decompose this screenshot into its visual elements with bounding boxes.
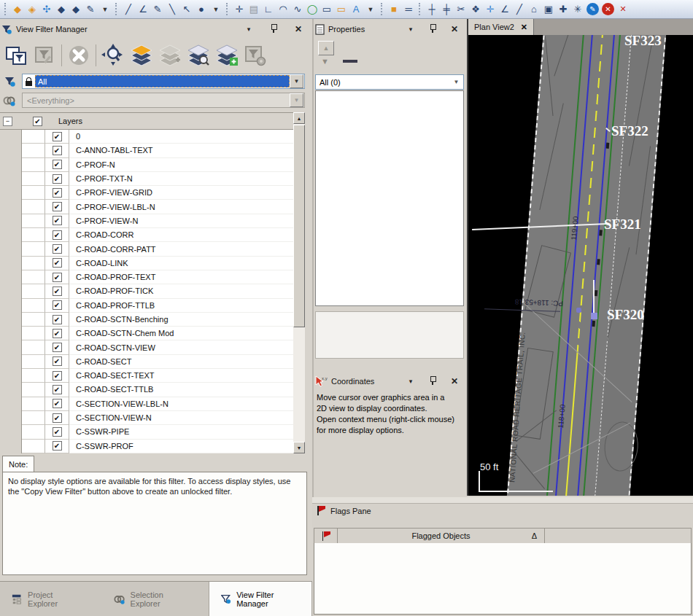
toolbar-grip[interactable] [4,3,7,15]
layer-stack-icon[interactable]: ◆ [69,1,83,17]
combo-arrow-button[interactable]: ▼ [290,74,303,88]
delete-node-icon[interactable]: ✕ [616,1,630,17]
properties-selection-combo[interactable]: All (0) ▼ [315,74,464,90]
view-filter-select[interactable]: All ▼ [22,74,305,89]
tab-close-button[interactable]: ✕ [521,23,527,32]
toolbar-grip[interactable] [419,3,422,15]
overflow-menu-icon[interactable]: ▼ [209,1,223,17]
align-nodes-icon[interactable]: ╪ [439,1,454,17]
layer-row[interactable]: ✔ C-PROF-TXT-N [0,172,293,186]
copy-view-filter-button[interactable] [3,42,29,69]
advanced-filter-select[interactable]: <Everything> ▼ [22,93,305,108]
flagged-objects-list-empty[interactable] [314,543,692,615]
create-text-icon[interactable]: A [349,1,363,17]
layer-checkbox[interactable]: ✔ [53,315,62,324]
layer-row[interactable]: ✔ C-PROF-VIEW-N [0,214,293,228]
layer-row[interactable]: ✔ C-SSWR-PIPE [0,425,293,439]
panel-pin-button[interactable] [425,376,441,386]
layers-add-disabled-button[interactable] [157,42,183,69]
panel-menu-button[interactable]: ▾ [241,26,257,33]
toolbar-grip[interactable] [226,3,229,15]
layer-checkbox[interactable]: ✔ [53,385,62,394]
layer-row[interactable]: ✔ C-ROAD-CORR-PATT [0,242,293,256]
create-spline-icon[interactable]: ∿ [290,1,305,17]
node-link-icon[interactable]: ✣ [39,1,54,17]
empty-column-header[interactable] [545,528,692,544]
layer-row[interactable]: ✔ C-ROAD-PROF-TICK [0,284,293,298]
pc-point-marker[interactable] [576,308,581,313]
toolbar-grip[interactable] [115,3,118,15]
layer-checkbox[interactable]: ✔ [53,300,62,310]
create-circle-icon[interactable]: ◯ [305,1,320,17]
overflow-menu-icon[interactable]: ▼ [363,1,378,17]
create-arc-icon[interactable]: ◠ [276,1,290,17]
create-rectangle-icon[interactable]: ▭ [320,1,334,17]
layer-checkbox[interactable]: ✔ [53,273,62,282]
flags-splitter-strip[interactable] [312,497,693,504]
toolbar-grip[interactable] [381,3,384,15]
layer-row[interactable]: ✔ C-PROF-N [0,158,293,172]
layer-checkbox[interactable]: ✔ [53,258,62,268]
layers-new-button[interactable] [214,42,240,69]
sphere-lock-icon[interactable]: ● [194,1,209,17]
layer-row[interactable]: ✔ C-ROAD-SCTN-VIEW [0,340,293,354]
flagged-objects-column-header[interactable]: Flagged Objects Δ [338,528,545,544]
layer-row[interactable]: ✔ C-ROAD-PROF-TTLB [0,299,293,313]
tab-selection-explorer[interactable]: Selection Explorer [102,582,200,616]
view-cube-icon[interactable]: ■ [387,1,401,17]
layer-flat-edit-icon[interactable]: ◈ [25,1,39,17]
map-viewport[interactable]: SF323 SF322 SF321 SF320 119+00 118+00 PC… [468,35,693,496]
pencil-edit-icon[interactable]: ✎ [150,1,165,17]
tab-plan-view2[interactable]: Plan View2 ✕ [468,19,534,35]
layer-stack-history-icon[interactable]: ◆ [54,1,69,17]
scroll-down-button[interactable]: ▼ [293,442,305,453]
flag-column-header[interactable] [314,528,338,544]
insert-node-icon[interactable]: ┼ [425,1,439,17]
explode-objects-icon[interactable]: ✳ [570,1,585,17]
panel-menu-button[interactable]: ▾ [403,26,419,33]
panel-close-button[interactable]: ✕ [290,24,306,34]
layers-zoom-button[interactable] [185,42,212,69]
sheet-annotate-icon[interactable]: ✎ [83,1,98,17]
layer-checkbox[interactable]: ✔ [53,244,62,254]
layer-row[interactable]: ✔ C-ROAD-SCTN-Chem Mod [0,327,293,340]
layer-row[interactable]: ✔ C-SECTION-VIEW-N [0,411,293,425]
panel-close-button[interactable]: ✕ [446,376,462,386]
tab-view-filter-manager[interactable]: View Filter Manager [209,582,312,616]
polygon-boundary-icon[interactable]: ⌂ [527,1,541,17]
panel-menu-button[interactable]: ▾ [403,378,419,385]
panel-close-button[interactable]: ✕ [446,24,462,34]
sketch-line-icon[interactable]: ╱ [121,1,136,17]
scroll-up-button[interactable]: ▲ [293,112,305,124]
add-nodes-icon[interactable]: ✛ [483,1,498,17]
layer-checkbox[interactable]: ✔ [53,371,62,381]
view-filter-options-button[interactable] [242,42,268,69]
layer-checkbox[interactable]: ✔ [53,202,62,211]
loft-surface-icon[interactable]: ▤ [247,1,261,17]
layer-row[interactable]: ✔ C-ROAD-PROF-TEXT [0,270,293,284]
copy-objects-icon[interactable]: ▣ [541,1,556,17]
layer-stack-add-icon[interactable]: ◆ [10,1,25,17]
measure-angle-icon[interactable]: ∠ [498,1,512,17]
layer-row[interactable]: ✔ C-ANNO-TABL-TEXT [0,144,293,157]
select-objects-button[interactable]: ▲ [318,41,334,55]
layer-row[interactable]: ✔ C-ROAD-SCTN-Benching [0,313,293,327]
layer-checkbox[interactable]: ✔ [53,399,62,408]
trim-segments-icon[interactable]: ✂ [454,1,468,17]
layer-row[interactable]: ✔ C-ROAD-LINK [0,257,293,270]
layer-checkbox[interactable]: ✔ [53,329,62,338]
pick-segment-icon[interactable]: ╱ [512,1,527,17]
layer-checkbox[interactable]: ✔ [53,132,62,141]
scroll-thumb[interactable] [293,125,305,327]
layer-row[interactable]: ✔ 0 [0,130,293,144]
point-marker-sf320[interactable] [591,313,597,319]
layer-row[interactable]: ✔ C-ROAD-SECT [0,355,293,369]
panel-pin-button[interactable] [425,24,441,34]
layer-row[interactable]: ✔ C-PROF-VIEW-GRID [0,186,293,200]
create-callout-icon[interactable]: ▭ [334,1,349,17]
pan-handle-icon[interactable]: ═ [401,1,416,17]
move-objects-icon[interactable]: ✚ [556,1,570,17]
layer-checkbox[interactable]: ✔ [53,174,62,184]
layer-checkbox[interactable]: ✔ [53,441,62,451]
overflow-menu-icon[interactable]: ▼ [98,1,112,17]
